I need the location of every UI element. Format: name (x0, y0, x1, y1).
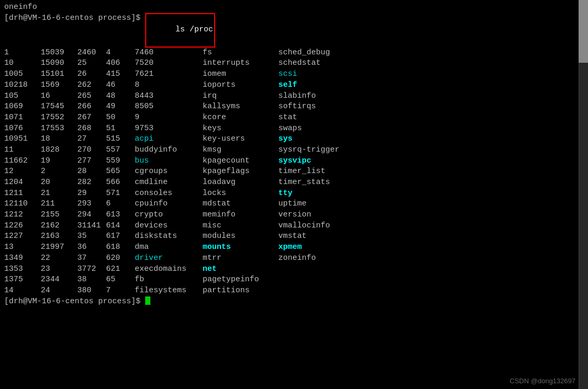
list-item: 566 (106, 177, 135, 188)
table-row: 12112129571consoleslockstty (4, 188, 570, 199)
list-item: diskstats (135, 231, 203, 242)
list-item: sys (278, 134, 383, 145)
list-item: buddyinfo (135, 145, 203, 156)
prompt-text: [drh@VM-16-6-centos process]$ (4, 13, 140, 48)
scrollbar-thumb[interactable] (579, 0, 588, 63)
list-item: driver (135, 253, 203, 264)
list-item: 1353 (4, 264, 41, 275)
list-item: 21 (41, 188, 77, 199)
list-item: 38 (77, 274, 106, 285)
list-item: kpageflags (203, 166, 278, 177)
list-item: crypto (135, 210, 203, 221)
list-item: cmdline (135, 177, 203, 188)
list-item: kmsg (203, 145, 278, 156)
list-item: 8443 (135, 91, 203, 102)
list-item: 557 (106, 145, 135, 156)
list-item: vmstat (278, 231, 383, 242)
list-item: 12 (4, 166, 41, 177)
list-item: 16 (41, 91, 77, 102)
list-item: 17545 (41, 101, 77, 112)
list-item (278, 264, 383, 275)
command-line: [drh@VM-16-6-centos process]$ ls /proc (4, 13, 570, 48)
list-item: kallsyms (203, 101, 278, 112)
list-item: 7621 (135, 69, 203, 80)
list-item: stat (278, 112, 383, 123)
table-row: 106917545266498505kallsymssoftirqs (4, 101, 570, 112)
list-item: execdomains (135, 264, 203, 275)
list-item: filesystems (135, 285, 203, 296)
list-item: swaps (278, 123, 383, 134)
list-item: 2155 (41, 210, 77, 221)
list-item: 1076 (4, 123, 41, 134)
list-item: 18 (41, 134, 77, 145)
list-item: partitions (203, 285, 278, 296)
list-item: 8505 (135, 101, 203, 112)
list-item: 37 (77, 253, 106, 264)
list-item: 1227 (4, 231, 41, 242)
list-item: fb (135, 274, 203, 285)
list-item: 1 (4, 48, 41, 59)
list-item: 8 (135, 80, 203, 91)
list-item: 2163 (41, 231, 77, 242)
list-item: 20 (41, 177, 77, 188)
list-item: 51 (106, 123, 135, 134)
list-item: mdstat (203, 199, 278, 210)
list-item: mtrr (203, 253, 278, 264)
list-item: net (203, 264, 278, 275)
list-item: schedstat (278, 58, 383, 69)
list-item: modules (203, 231, 278, 242)
list-item: interrupts (203, 58, 278, 69)
list-item: slabinfo (278, 91, 383, 102)
list-item: bus (135, 156, 203, 167)
list-item: softirqs (278, 101, 383, 112)
list-item: locks (203, 188, 278, 199)
list-item: zoneinfo (278, 253, 383, 264)
list-item: 613 (106, 210, 135, 221)
list-item: 262 (77, 80, 106, 91)
list-item: iomem (203, 69, 278, 80)
list-item: 1212 (4, 210, 41, 221)
list-item: pagetypeinfo (203, 274, 278, 285)
list-item: kpagecount (203, 156, 278, 167)
table-row: 100515101264157621iomemscsi (4, 69, 570, 80)
list-item: xpmem (278, 242, 383, 253)
list-item: 620 (106, 253, 135, 264)
list-item: 265 (77, 91, 106, 102)
list-item: 1569 (41, 80, 77, 91)
list-item: 415 (106, 69, 135, 80)
scrollbar[interactable] (579, 0, 588, 389)
list-item: misc (203, 221, 278, 232)
list-item: fs (203, 48, 278, 59)
list-item: 1071 (4, 112, 41, 123)
list-item: 621 (106, 264, 135, 275)
list-item: cgroups (135, 166, 203, 177)
list-item: 36 (77, 242, 106, 253)
table-row: 120420282566cmdlineloadavgtimer_stats (4, 177, 570, 188)
list-item: 31141 (77, 221, 106, 232)
list-item: 25 (77, 58, 106, 69)
list-item: key-users (203, 134, 278, 145)
list-item: 406 (106, 58, 135, 69)
list-item: 1069 (4, 101, 41, 112)
list-item: 380 (77, 285, 106, 296)
table-row: 107617553268519753keysswaps (4, 123, 570, 134)
list-item: 12110 (4, 199, 41, 210)
prev-line-text: oneinfo (4, 2, 37, 13)
list-item: 559 (106, 156, 135, 167)
list-item: 293 (77, 199, 106, 210)
table-row: 12228565cgroupskpageflagstimer_list (4, 166, 570, 177)
list-item: 14 (4, 285, 41, 296)
list-item: 50 (106, 112, 135, 123)
list-item: 28 (77, 166, 106, 177)
list-item: timer_list (278, 166, 383, 177)
list-item: dma (135, 242, 203, 253)
list-item: ioports (203, 80, 278, 91)
command-space (140, 13, 145, 48)
list-item: devices (135, 221, 203, 232)
prev-line: oneinfo (4, 2, 570, 13)
list-item: 617 (106, 231, 135, 242)
list-item: 22 (41, 253, 77, 264)
prompt-space (140, 296, 145, 307)
list-item: 10218 (4, 80, 41, 91)
list-item: 24 (41, 285, 77, 296)
